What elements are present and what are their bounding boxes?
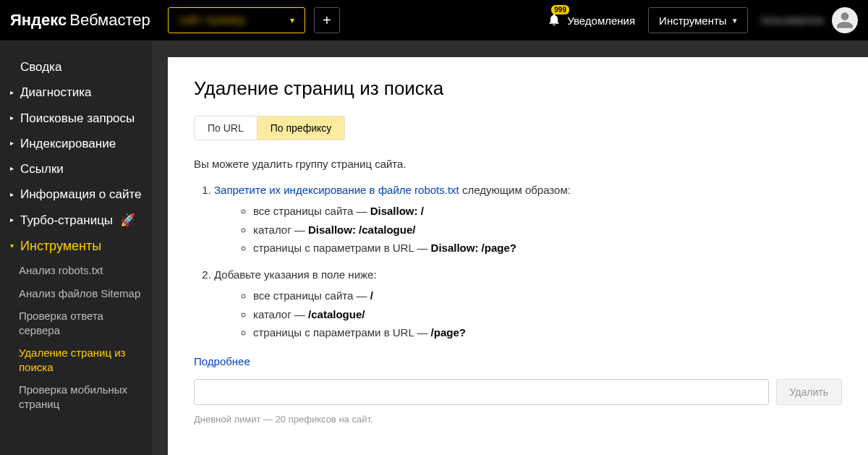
sidebar-item-info[interactable]: ▸Информация о сайте — [0, 182, 152, 207]
username-text: пользователь — [761, 14, 825, 26]
tab-by-prefix[interactable]: По префиксу — [258, 116, 345, 140]
sidebar-sub-delete[interactable]: Удаление страниц из поиска — [0, 341, 152, 378]
tabs: По URL По префиксу — [194, 116, 345, 140]
instruction-step-2: Добавьте указания в поле ниже: все стран… — [214, 266, 842, 341]
chevron-right-icon: ▸ — [10, 139, 16, 148]
tab-by-url[interactable]: По URL — [195, 116, 258, 140]
bell-icon: 999 — [547, 12, 561, 29]
sidebar-item-diagnostika[interactable]: ▸Диагностика — [0, 80, 152, 105]
logo-service-text: Вебмастер — [69, 11, 150, 30]
main-area: Удаление страниц из поиска По URL По пре… — [152, 41, 868, 455]
app-header: Яндекс Вебмастер сайт пример ▾ + 999 Уве… — [0, 0, 868, 41]
tools-dropdown-button[interactable]: Инструменты ▾ — [648, 7, 748, 33]
page-title: Удаление страниц из поиска — [194, 77, 842, 100]
site-selector-value: сайт пример — [179, 14, 246, 27]
site-selector-dropdown[interactable]: сайт пример ▾ — [168, 7, 305, 33]
notifications-button[interactable]: 999 Уведомления — [547, 12, 635, 29]
sidebar-sub-mobile[interactable]: Проверка мобильных страниц — [0, 378, 152, 415]
chevron-right-icon: ▸ — [10, 88, 16, 98]
instructions-list: Запретите их индексирование в файле robo… — [194, 182, 842, 341]
chevron-right-icon: ▸ — [10, 190, 16, 200]
rocket-icon: 🚀 — [120, 213, 135, 228]
chevron-right-icon: ▸ — [10, 114, 16, 123]
delete-button[interactable]: Удалить — [776, 379, 842, 405]
tools-dropdown-label: Инструменты — [659, 14, 727, 27]
avatar — [832, 7, 858, 33]
robots-link[interactable]: Запретите их индексирование в файле robo… — [214, 184, 459, 196]
sidebar-sub-server[interactable]: Проверка ответа сервера — [0, 305, 152, 341]
sidebar-item-turbo[interactable]: ▸Турбо-страницы🚀 — [0, 208, 152, 233]
user-menu[interactable]: пользователь — [761, 7, 858, 33]
sidebar-sub-sitemap[interactable]: Анализ файлов Sitemap — [0, 282, 152, 305]
sidebar-sub-robots[interactable]: Анализ robots.txt — [0, 259, 152, 282]
sidebar-item-svodka[interactable]: Сводка — [0, 54, 152, 80]
chevron-right-icon: ▸ — [10, 164, 16, 174]
sidebar-nav: Сводка ▸Диагностика ▸Поисковые запросы ▸… — [0, 41, 152, 455]
logo[interactable]: Яндекс Вебмастер — [10, 11, 150, 30]
intro-text: Вы можете удалить группу страниц сайта. — [194, 158, 842, 170]
sidebar-item-index[interactable]: ▸Индексирование — [0, 131, 152, 156]
logo-yandex-text: Яндекс — [10, 11, 67, 30]
chevron-down-icon: ▾ — [10, 242, 16, 251]
chevron-down-icon: ▾ — [290, 15, 294, 25]
chevron-right-icon: ▸ — [10, 216, 16, 225]
notification-badge: 999 — [551, 5, 569, 14]
sidebar-item-ssylki[interactable]: ▸Ссылки — [0, 156, 152, 182]
more-details-link[interactable]: Подробнее — [194, 355, 250, 367]
notifications-label: Уведомления — [567, 14, 635, 27]
instruction-step-1: Запретите их индексирование в файле robo… — [214, 182, 842, 256]
sidebar-item-poiskovye[interactable]: ▸Поисковые запросы — [0, 106, 152, 131]
content-panel: Удаление страниц из поиска По URL По пре… — [168, 57, 868, 455]
add-site-button[interactable]: + — [314, 7, 340, 33]
daily-limit-text: Дневной лимит — 20 префиксов на сайт. — [194, 414, 842, 425]
header-right-group: 999 Уведомления Инструменты ▾ пользовате… — [547, 7, 858, 33]
prefix-input[interactable] — [194, 379, 769, 405]
prefix-input-row: Удалить — [194, 379, 842, 405]
plus-icon: + — [323, 12, 331, 29]
chevron-down-icon: ▾ — [733, 16, 737, 25]
sidebar-item-tools[interactable]: ▾Инструменты — [0, 233, 152, 260]
